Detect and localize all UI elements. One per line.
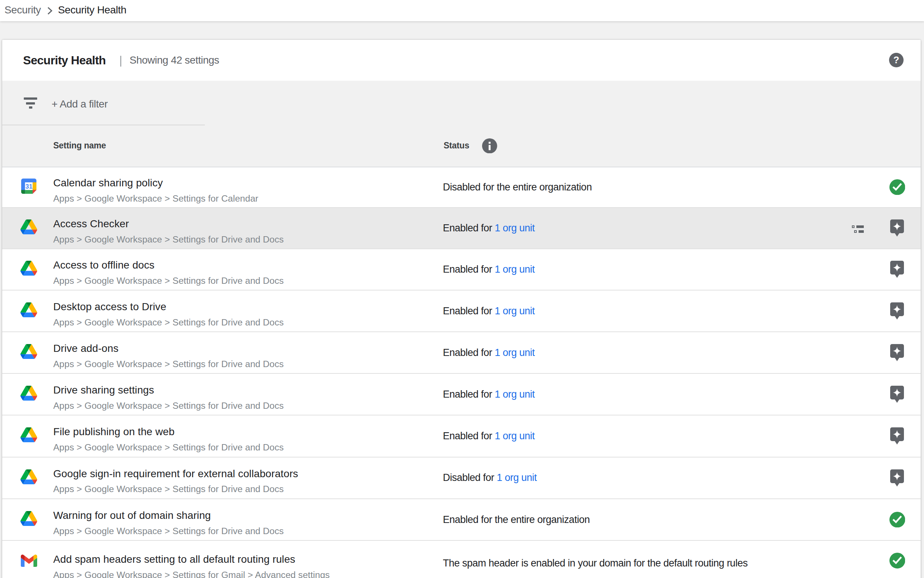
svg-text:31: 31 [26, 183, 33, 190]
